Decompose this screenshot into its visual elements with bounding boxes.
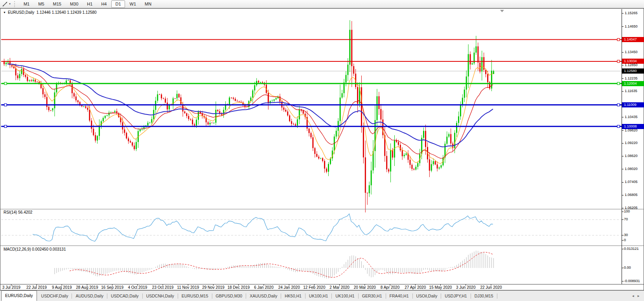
rsi-scale-label: 70 (624, 217, 628, 221)
price-line-badge: 1.13034 (622, 59, 644, 64)
chart-tab-bar: EURUSD,DailyUSDCHF,DailyAUDUSD,DailyUSDC… (0, 290, 644, 301)
price-line-badge: 1.12004 (622, 81, 644, 86)
timeframe-button-m1[interactable]: M1 (20, 0, 33, 8)
tab-dj30-m15[interactable]: DJ30,M15 (471, 291, 497, 301)
price-tick-label: 1.10435 (625, 115, 638, 119)
chart-window: ▼EURUSD,Daily 1.12446 1.12640 1.12439 1.… (0, 8, 644, 290)
rsi-name: RSI(14) (4, 210, 17, 214)
timeframe-button-d1[interactable]: D1 (111, 0, 125, 8)
price-tick-label: 1.09220 (625, 141, 638, 145)
price-tick-label: 1.06805 (625, 193, 638, 197)
price-tick-label: 1.14650 (625, 24, 638, 28)
rsi-current-value: 56.4202 (18, 210, 32, 214)
price-line-badge: 1.14047 (622, 37, 644, 42)
tab-usdchf-daily[interactable]: USDCHF,Daily (38, 291, 72, 301)
chart-title: ▼EURUSD,Daily 1.12446 1.12640 1.12439 1.… (3, 10, 97, 15)
price-line-badge: 1.11009 (622, 102, 644, 107)
price-tick-label: 1.08020 (625, 167, 638, 171)
price-tick-label: 1.11635 (625, 89, 637, 93)
rsi-scale-label: 100 (624, 209, 630, 213)
tab-hk50-h1[interactable]: HK50,H1 (281, 291, 305, 301)
rsi-indicator-label: RSI(14) 56.4202 (4, 210, 32, 214)
price-tick-label: 1.15265 (625, 11, 638, 15)
price-tick-label: 1.07405 (625, 180, 638, 184)
tab-audusd-daily[interactable]: AUDUSD,Daily (72, 291, 107, 301)
tab-uk100-h1[interactable]: UK100,H1 (305, 291, 331, 301)
rsi-line (33, 214, 493, 241)
tab-separator (497, 294, 497, 299)
ma-slow-line (7, 64, 493, 147)
tab-usdjpy-h1[interactable]: USDJPY,H1 (441, 291, 470, 301)
timeframe-button-h4[interactable]: H4 (97, 0, 110, 8)
tab-usoil-daily[interactable]: USOil,Daily (413, 291, 441, 301)
chart-plot (0, 9, 644, 291)
timeframe-button-m30[interactable]: M30 (66, 0, 82, 8)
top-toolbar: ▼ M1M5M15M30H1H4D1W1MN (0, 0, 644, 8)
chart-shift-marker[interactable] (500, 10, 504, 12)
macd-name: MACD(12,26,9) (4, 247, 31, 251)
macd-indicator-label: MACD(12,26,9) 0.002450 0.003131 (4, 247, 66, 251)
tab-scroll-right-icon[interactable]: ► (637, 294, 640, 298)
timeframe-button-m5[interactable]: M5 (34, 0, 48, 8)
chevron-down-icon[interactable]: ▼ (9, 3, 11, 5)
tab-gbpusd-m30[interactable]: GBPUSD,M30 (212, 291, 246, 301)
timeframe-button-m15[interactable]: M15 (49, 0, 65, 8)
price-tick-label: 1.13450 (625, 50, 638, 54)
tab-fra40-h1[interactable]: FRA40,H1 (386, 291, 412, 301)
collapse-icon[interactable]: ▼ (3, 11, 6, 14)
timeframe-toolbar: M1M5M15M30H1H4D1W1MN (19, 0, 156, 8)
chart-symbol: EURUSD,Daily (8, 10, 34, 15)
line-handle[interactable] (617, 104, 620, 106)
tab-usdcad-daily[interactable]: USDCAD,Daily (107, 291, 142, 301)
date-tick-label: 22 Jun 2020 (475, 285, 508, 290)
line-handle[interactable] (617, 39, 620, 41)
rsi-scale-label: 30 (624, 233, 628, 237)
macd-current-values: 0.002450 0.003131 (32, 247, 66, 251)
tab-scroll-nav: ◄► (629, 294, 644, 298)
toolbar-grip (14, 1, 17, 7)
tab-usdcnh-daily[interactable]: USDCNH,Daily (143, 291, 178, 301)
price-line-badge: 1.10008 (622, 124, 644, 129)
price-tick-label: 1.08620 (625, 154, 638, 158)
tab-xauusd-daily[interactable]: XAUUSD,Daily (246, 291, 281, 301)
line-handle[interactable] (617, 60, 620, 63)
line-handle[interactable] (617, 125, 620, 127)
line-handle[interactable] (617, 82, 620, 85)
line-handle[interactable] (4, 125, 7, 127)
line-cursor-tool-icon[interactable] (1, 1, 8, 7)
candlestick-series (4, 20, 494, 212)
tab-eurusd-m15[interactable]: EURUSD,M15 (178, 291, 212, 301)
current-price-badge: 1.12580 (622, 68, 644, 74)
ma-mid-line (7, 64, 493, 158)
ma-fast-line (7, 63, 493, 164)
rsi-scale-label: 0 (624, 238, 626, 242)
price-tick-label: 1.12235 (625, 76, 638, 80)
timeframe-button-h1[interactable]: H1 (83, 0, 96, 8)
macd-scale-label: 0.013121 (624, 247, 639, 251)
tab-uk100-h1[interactable]: UK100,H1 (332, 291, 358, 301)
macd-signal-line (70, 252, 493, 277)
tab-scroll-left-icon[interactable]: ◄ (631, 294, 635, 298)
timeframe-button-w1[interactable]: W1 (126, 0, 140, 8)
macd-scale-label: 0.00 (624, 266, 631, 270)
chart-ohlc-values: 1.12446 1.12640 1.12439 1.12580 (37, 10, 97, 15)
tab-eurusd-daily[interactable]: EURUSD,Daily (1, 290, 37, 301)
tab-ger30-h1[interactable]: GER30,H1 (359, 291, 386, 301)
line-handle[interactable] (4, 104, 7, 106)
macd-scale-label: -0.008931 (624, 279, 640, 283)
macd-histogram (55, 251, 493, 279)
line-handle[interactable] (4, 82, 7, 85)
timeframe-button-mn[interactable]: MN (141, 0, 155, 8)
